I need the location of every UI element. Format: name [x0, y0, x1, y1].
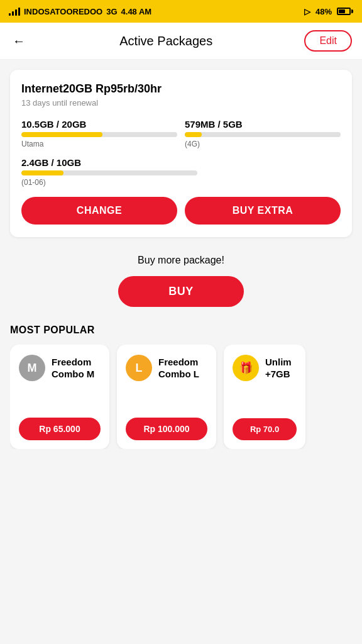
progress-4g-fill	[185, 132, 202, 137]
package-card-l[interactable]: L FreedomCombo L Rp 100.000	[117, 345, 216, 449]
status-left: INDOSATOOREDOO 3G 4.48 AM	[9, 7, 151, 16]
pkg-price-unlim[interactable]: Rp 70.0	[233, 418, 297, 440]
buy-more-text: Buy more package!	[10, 255, 352, 266]
pkg-name-m: FreedomCombo M	[52, 356, 94, 380]
progress-time-fill	[21, 170, 63, 175]
most-popular-title: MOST POPULAR	[10, 325, 352, 336]
package-card-unlim[interactable]: 🎁 Unlim+7GB Rp 70.0	[224, 345, 305, 449]
pkg-price-l[interactable]: Rp 100.000	[126, 418, 207, 440]
battery-percent: 48%	[315, 7, 332, 16]
progress-4g-bg	[185, 132, 341, 137]
battery-icon	[337, 8, 353, 15]
usage-time-label: 2.4GB / 10GB	[21, 157, 341, 168]
back-button[interactable]: ←	[10, 31, 28, 51]
edit-button[interactable]: Edit	[304, 30, 352, 52]
pkg-icon-unlim: 🎁	[233, 355, 259, 381]
usage-4g: 579MB / 5GB (4G)	[185, 119, 341, 148]
pkg-icon-row-l: L FreedomCombo L	[126, 355, 199, 381]
status-bar: INDOSATOOREDOO 3G 4.48 AM ▷ 48%	[0, 0, 362, 23]
location-icon: ▷	[304, 7, 310, 16]
buy-extra-button[interactable]: BUY EXTRA	[185, 197, 341, 225]
usage-time-sublabel: (01-06)	[21, 178, 341, 187]
package-subtitle: 13 days until renewal	[21, 98, 341, 108]
pkg-price-m[interactable]: Rp 65.000	[19, 418, 101, 440]
pkg-icon-row-m: M FreedomCombo M	[19, 355, 94, 381]
buy-button[interactable]: BUY	[118, 276, 244, 307]
usage-time: 2.4GB / 10GB (01-06)	[21, 157, 341, 187]
usage-4g-label: 579MB / 5GB	[185, 119, 341, 130]
pkg-name-l: FreedomCombo L	[158, 356, 199, 380]
page-title: Active Packages	[119, 34, 212, 48]
usage-utama-sublabel: Utama	[21, 140, 177, 148]
signal-icon	[9, 7, 20, 16]
header: ← Active Packages Edit	[0, 23, 362, 60]
network-type: 3G	[106, 7, 117, 16]
pkg-icon-l: L	[126, 355, 152, 381]
progress-utama-bg	[21, 132, 177, 137]
usage-utama: 10.5GB / 20GB Utama	[21, 119, 177, 148]
usage-utama-label: 10.5GB / 20GB	[21, 119, 177, 130]
status-right: ▷ 48%	[304, 7, 353, 16]
usage-4g-sublabel: (4G)	[185, 140, 341, 148]
active-package-card: Internet20GB Rp95rb/30hr 13 days until r…	[10, 70, 352, 237]
package-title: Internet20GB Rp95rb/30hr	[21, 82, 341, 96]
pkg-name-unlim: Unlim+7GB	[265, 356, 292, 380]
most-popular-section: MOST POPULAR M FreedomCombo M Rp 65.000 …	[10, 325, 352, 462]
content-area: Internet20GB Rp95rb/30hr 13 days until r…	[0, 60, 362, 472]
status-time: 4.48 AM	[121, 7, 152, 16]
progress-time-bg	[21, 170, 197, 175]
buy-more-section: Buy more package! BUY	[10, 250, 352, 312]
card-buttons: CHANGE BUY EXTRA	[21, 197, 341, 225]
change-button[interactable]: CHANGE	[21, 197, 177, 225]
usage-grid: 10.5GB / 20GB Utama 579MB / 5GB (4G)	[21, 119, 341, 148]
carrier-name: INDOSATOOREDOO	[24, 7, 102, 16]
package-card-m[interactable]: M FreedomCombo M Rp 65.000	[10, 345, 109, 449]
progress-utama-fill	[21, 132, 102, 137]
packages-scroll: M FreedomCombo M Rp 65.000 L FreedomComb…	[10, 345, 352, 449]
pkg-icon-m: M	[19, 355, 45, 381]
pkg-icon-row-unlim: 🎁 Unlim+7GB	[233, 355, 292, 381]
